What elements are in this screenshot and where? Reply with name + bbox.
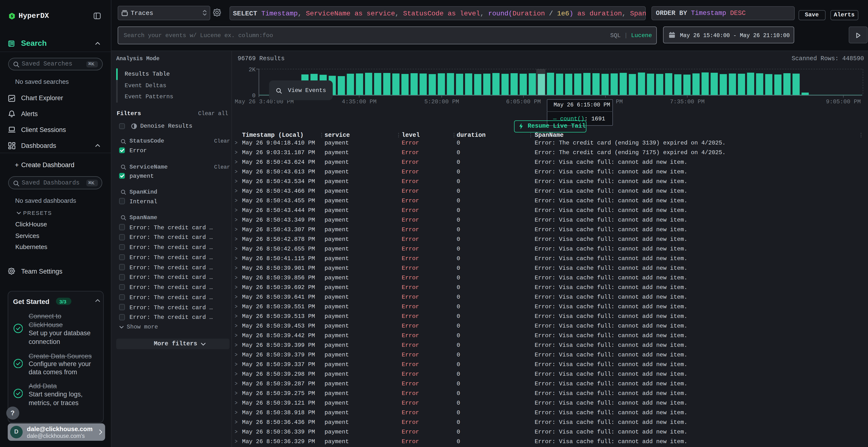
svg-text:5:20:00 PM: 5:20:00 PM — [424, 99, 459, 105]
svg-text:2K: 2K — [249, 66, 255, 73]
svg-text:6:05:00 PM: 6:05:00 PM — [506, 99, 541, 105]
svg-text:0: 0 — [252, 93, 255, 99]
svg-text:4:35:00 PM: 4:35:00 PM — [342, 99, 377, 105]
svg-text:9:05:00 PM: 9:05:00 PM — [826, 99, 861, 105]
svg-text:7:35:00 PM: 7:35:00 PM — [670, 99, 705, 105]
